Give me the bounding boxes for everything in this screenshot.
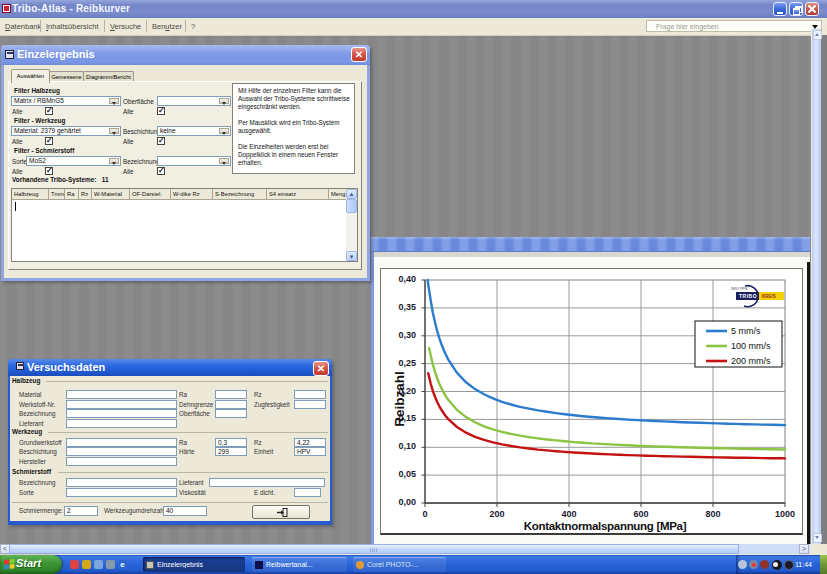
- svg-text:100 mm/s: 100 mm/s: [731, 341, 771, 351]
- svg-text:Kontaktnormalspannung [MPa]: Kontaktnormalspannung [MPa]: [524, 520, 687, 532]
- svg-text:TRIBO: TRIBO: [739, 293, 757, 299]
- svg-text:0,40: 0,40: [398, 274, 416, 284]
- svg-text:400: 400: [561, 509, 576, 519]
- svg-text:0,25: 0,25: [398, 358, 416, 368]
- svg-text:0,10: 0,10: [398, 441, 416, 451]
- svg-text:IWU PPK: IWU PPK: [731, 286, 748, 291]
- svg-text:0,05: 0,05: [398, 469, 416, 479]
- svg-text:5 mm/s: 5 mm/s: [731, 326, 761, 336]
- svg-text:0,30: 0,30: [398, 330, 416, 340]
- svg-text:800: 800: [705, 509, 720, 519]
- svg-text:0: 0: [422, 509, 427, 519]
- svg-text:Reibzahl: Reibzahl: [392, 371, 407, 427]
- svg-text:0,35: 0,35: [398, 302, 416, 312]
- svg-text:200 mm/s: 200 mm/s: [731, 356, 771, 366]
- svg-text:1000: 1000: [775, 509, 795, 519]
- svg-text:KREIS: KREIS: [762, 294, 776, 299]
- svg-text:0,00: 0,00: [398, 497, 416, 507]
- svg-text:200: 200: [489, 509, 504, 519]
- svg-text:600: 600: [633, 509, 648, 519]
